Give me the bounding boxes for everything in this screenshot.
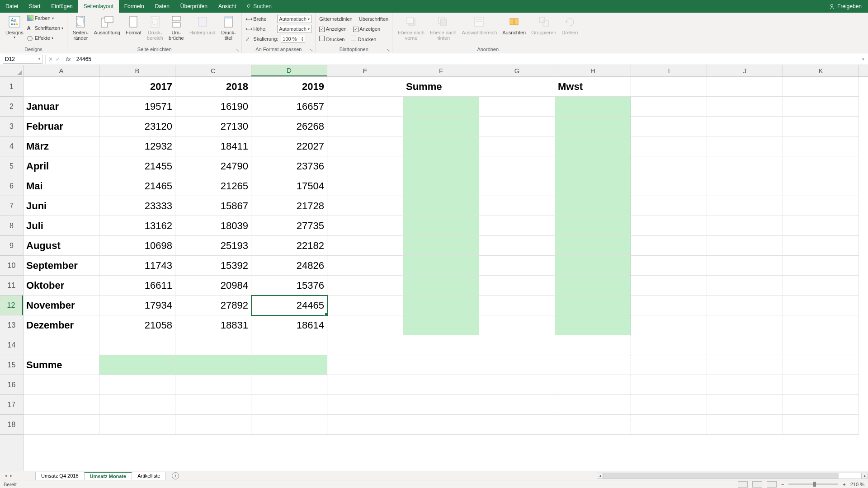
sheet-nav-prev-icon[interactable]: ◂ [5, 473, 7, 479]
cell[interactable] [175, 415, 251, 435]
cell[interactable]: August [24, 236, 99, 256]
cell[interactable]: 17934 [99, 296, 175, 315]
cell[interactable] [99, 355, 175, 375]
cell[interactable]: 21058 [99, 315, 175, 335]
zoom-out-button[interactable]: − [781, 482, 784, 487]
cell[interactable] [631, 236, 707, 256]
fonts-button[interactable]: ASchriftarten▾ [27, 23, 63, 33]
width-combo[interactable]: Automatisch▾ [277, 15, 311, 23]
cell[interactable] [327, 216, 403, 236]
cell[interactable]: 24790 [175, 156, 251, 176]
col-header-J[interactable]: J [707, 65, 783, 76]
cell[interactable] [631, 256, 707, 276]
name-box[interactable]: D12▾ [3, 55, 42, 64]
cell[interactable] [707, 296, 783, 315]
col-header-B[interactable]: B [99, 65, 175, 76]
cell[interactable] [631, 296, 707, 315]
cell[interactable] [479, 97, 555, 117]
cell[interactable]: 18039 [175, 216, 251, 236]
cell[interactable] [99, 335, 175, 355]
cell[interactable]: 27892 [175, 296, 251, 315]
col-header-F[interactable]: F [403, 65, 479, 76]
align-button[interactable]: Ausrichten [500, 14, 528, 36]
cell[interactable]: 27735 [251, 216, 327, 236]
cell[interactable] [631, 395, 707, 415]
cell[interactable] [403, 136, 479, 156]
cell[interactable] [555, 256, 631, 276]
cell[interactable]: 25193 [175, 236, 251, 256]
zoom-slider[interactable] [788, 483, 838, 485]
cell[interactable]: 23736 [251, 156, 327, 176]
cell[interactable] [631, 276, 707, 296]
col-header-E[interactable]: E [327, 65, 403, 76]
zoom-level[interactable]: 210 % [850, 482, 864, 487]
cell[interactable]: Dezember [24, 315, 99, 335]
cell[interactable] [327, 415, 403, 435]
cell[interactable] [479, 375, 555, 395]
fx-icon[interactable]: fx [63, 56, 74, 62]
cell[interactable] [175, 335, 251, 355]
row-header-12[interactable]: 12 [0, 296, 23, 315]
sheet-tab[interactable]: Umsatz Monate [84, 472, 132, 480]
col-header-D[interactable]: D [251, 65, 327, 76]
row-header-1[interactable]: 1 [0, 77, 23, 97]
cell[interactable] [631, 196, 707, 216]
row-header-17[interactable]: 17 [0, 395, 23, 415]
cell[interactable] [479, 117, 555, 136]
effects-button[interactable]: ◯Effekte▾ [27, 33, 63, 42]
horizontal-scrollbar[interactable]: ◂▸ [597, 473, 868, 479]
view-page-layout-button[interactable] [752, 481, 762, 488]
menu-ueberpruefen[interactable]: Überprüfen [175, 0, 213, 13]
cell[interactable] [783, 415, 859, 435]
cell[interactable] [555, 276, 631, 296]
cell[interactable] [251, 375, 327, 395]
expand-formula-icon[interactable]: ▾ [859, 57, 868, 61]
cancel-icon[interactable]: ✕ [48, 56, 53, 62]
cell[interactable] [555, 375, 631, 395]
cell[interactable]: Mwst [555, 77, 631, 97]
cell[interactable]: 15867 [175, 196, 251, 216]
cell[interactable] [403, 216, 479, 236]
cell[interactable] [479, 415, 555, 435]
cell[interactable]: 11743 [99, 256, 175, 276]
col-header-A[interactable]: A [24, 65, 99, 76]
cell[interactable]: 2018 [175, 77, 251, 97]
cell[interactable]: 10698 [99, 236, 175, 256]
cell[interactable] [403, 395, 479, 415]
cell[interactable] [327, 296, 403, 315]
select-all-corner[interactable] [0, 65, 24, 77]
cell[interactable] [479, 136, 555, 156]
menu-datei[interactable]: Datei [0, 0, 24, 13]
cell[interactable] [327, 117, 403, 136]
cell[interactable]: Summe [24, 355, 99, 375]
cell[interactable]: 18831 [175, 315, 251, 335]
cell[interactable] [24, 395, 99, 415]
cell[interactable] [24, 77, 99, 97]
cell[interactable] [707, 256, 783, 276]
cell[interactable] [707, 156, 783, 176]
tell-me-search[interactable]: Suchen [241, 3, 276, 9]
row-header-2[interactable]: 2 [0, 97, 23, 117]
cell[interactable] [327, 196, 403, 216]
cell[interactable] [251, 355, 327, 375]
cell[interactable] [631, 216, 707, 236]
row-header-16[interactable]: 16 [0, 375, 23, 395]
cell[interactable] [479, 196, 555, 216]
cell[interactable] [555, 335, 631, 355]
cell[interactable] [631, 136, 707, 156]
cell[interactable] [707, 216, 783, 236]
cell[interactable]: 23333 [99, 196, 175, 216]
cell[interactable] [783, 296, 859, 315]
cell[interactable] [707, 117, 783, 136]
sheet-tab[interactable]: Artikelliste [132, 472, 166, 480]
row-header-3[interactable]: 3 [0, 117, 23, 136]
cell[interactable]: 19571 [99, 97, 175, 117]
cell[interactable] [479, 156, 555, 176]
cell[interactable] [327, 375, 403, 395]
row-header-9[interactable]: 9 [0, 236, 23, 256]
cell[interactable] [707, 395, 783, 415]
cell[interactable] [251, 335, 327, 355]
cell[interactable] [479, 236, 555, 256]
menu-seitenlayout[interactable]: Seitenlayout [78, 0, 119, 13]
cell[interactable] [327, 77, 403, 97]
